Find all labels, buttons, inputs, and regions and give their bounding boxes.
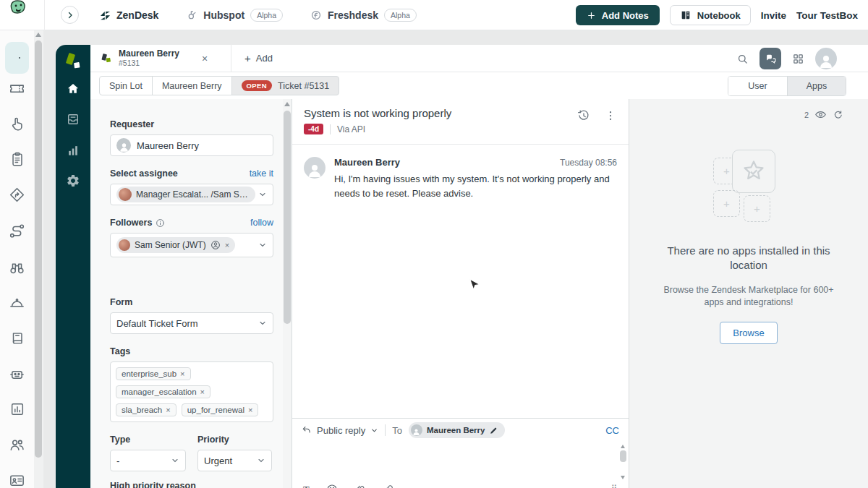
composer-toolbar: T ⠿	[292, 484, 629, 488]
remove-tag-icon[interactable]: ×	[180, 369, 184, 378]
scroll-up-arrow[interactable]	[35, 33, 41, 37]
type-select[interactable]: -	[110, 450, 186, 471]
ticket-subject: System is not working properly	[304, 107, 617, 119]
rail-item-services[interactable]	[0, 295, 34, 312]
freshdesk-logo-icon	[310, 9, 322, 21]
tags-field[interactable]: enterprise_sub× manager_escalation× sla_…	[110, 361, 273, 422]
assignee-select[interactable]: Manager Escalat... /Sam Senior (...	[110, 184, 273, 205]
collapse-sidebar-button[interactable]	[61, 6, 79, 24]
no-apps-title: There are no apps installed in this loca…	[658, 244, 840, 273]
emoji-icon[interactable]	[326, 484, 338, 488]
breadcrumb-organization[interactable]: Spin Lot	[99, 76, 153, 95]
breadcrumb-ticket[interactable]: OPEN Ticket #5131	[231, 76, 340, 95]
rail-item-discover[interactable]	[0, 260, 34, 276]
tag-pill[interactable]: enterprise_sub×	[116, 367, 191, 380]
zendesk-logo-icon	[100, 10, 111, 21]
add-notes-label: Add Notes	[602, 10, 649, 21]
tab-hubspot-label: Hubspot	[203, 9, 244, 21]
tour-testbox-link[interactable]: Tour TestBox	[796, 10, 858, 21]
nav-views-button[interactable]	[56, 112, 90, 127]
attachment-icon[interactable]	[354, 484, 366, 488]
refresh-icon[interactable]	[833, 109, 843, 120]
scrollbar-thumb[interactable]	[620, 450, 626, 462]
tab-zendesk[interactable]: ZenDesk	[100, 9, 158, 21]
apps-grid-icon[interactable]	[792, 53, 804, 65]
nav-home-button[interactable]	[56, 82, 90, 96]
reply-type-selector[interactable]: Public reply	[302, 425, 378, 436]
toggle-apps[interactable]: Apps	[787, 77, 846, 95]
scroll-down-arrow[interactable]	[621, 476, 625, 479]
assignee-value: Manager Escalat... /Sam Senior (...	[136, 189, 250, 200]
fields-scrollbar[interactable]	[283, 99, 292, 488]
add-tab-button[interactable]: + Add	[244, 52, 273, 64]
tag-label: manager_escalation	[122, 388, 197, 396]
profile-avatar[interactable]	[815, 48, 837, 69]
edit-pencil-icon[interactable]	[489, 426, 498, 435]
add-notes-button[interactable]: Add Notes	[576, 5, 660, 25]
invite-link[interactable]: Invite	[761, 10, 786, 21]
rail-scrollbar[interactable]	[34, 30, 43, 488]
rail-item-clicks[interactable]	[0, 116, 34, 132]
search-icon[interactable]	[736, 53, 749, 65]
tag-pill[interactable]: up_for_renewal×	[182, 403, 259, 416]
close-ticket-tab-button[interactable]: ×	[202, 53, 208, 64]
eye-icon	[814, 108, 827, 121]
tab-freshdesk[interactable]: Freshdesk Alpha	[310, 9, 417, 22]
remove-tag-icon[interactable]: ×	[248, 406, 252, 414]
toggle-user[interactable]: User	[728, 77, 787, 95]
follower-avatar	[119, 239, 130, 251]
priority-select[interactable]: Urgent	[197, 450, 272, 471]
rail-item-guides[interactable]	[0, 187, 34, 203]
scrollbar-thumb[interactable]	[35, 40, 42, 458]
rail-item-notes[interactable]	[0, 151, 34, 167]
breadcrumb-ticket-label: Ticket #5131	[278, 81, 329, 91]
requester-value: Maureen Berry	[137, 140, 199, 151]
rail-item-assistant[interactable]	[0, 366, 34, 382]
info-icon[interactable]	[156, 218, 165, 228]
rail-item-analytics[interactable]	[0, 401, 34, 417]
followers-select[interactable]: Sam Senior (JWT) ×	[110, 233, 273, 257]
cc-link[interactable]: CC	[605, 425, 619, 436]
ticket-tab[interactable]: Maureen Berry #5131 ×	[90, 45, 231, 72]
scroll-up-arrow[interactable]	[621, 445, 625, 448]
take-it-link[interactable]: take it	[250, 168, 273, 179]
notebook-button[interactable]: Notebook	[670, 5, 751, 25]
tag-pill[interactable]: manager_escalation×	[116, 385, 210, 398]
ticket-history-icon[interactable]	[577, 109, 590, 122]
composer-drag-handle[interactable]: ⠿	[611, 484, 618, 488]
nav-admin-button[interactable]	[56, 174, 90, 188]
breadcrumb-requester[interactable]: Maureen Berry	[152, 76, 232, 95]
ticket-tab-id: #5131	[119, 59, 179, 67]
status-badge: OPEN	[242, 80, 273, 91]
remove-tag-icon[interactable]: ×	[200, 388, 205, 396]
composer-scrollbar[interactable]	[619, 443, 627, 481]
form-select[interactable]: Default Ticket Form	[110, 312, 273, 334]
testbox-mascot-logo[interactable]	[7, 0, 30, 22]
recipient-avatar	[411, 424, 422, 436]
rail-item-journeys[interactable]	[0, 223, 34, 239]
follow-link[interactable]: follow	[250, 218, 273, 228]
rail-item-zendesk-active[interactable]	[5, 42, 29, 74]
chevron-down-icon	[171, 456, 179, 465]
text-format-icon[interactable]: T	[303, 484, 310, 488]
reply-textarea[interactable]	[292, 442, 629, 484]
rail-item-users[interactable]	[0, 437, 34, 453]
remove-tag-icon[interactable]: ×	[166, 406, 170, 414]
zendesk-product-logo[interactable]	[64, 52, 82, 71]
conversations-button[interactable]	[760, 48, 781, 69]
recipient-pill[interactable]: Maureen Berry	[409, 422, 506, 438]
rail-item-contacts[interactable]	[0, 472, 34, 488]
scrollbar-thumb[interactable]	[284, 111, 291, 324]
rail-item-library[interactable]	[0, 330, 34, 346]
remove-follower-button[interactable]: ×	[225, 241, 229, 249]
tag-pill[interactable]: sla_breach×	[116, 403, 176, 416]
priority-label: Priority	[197, 435, 272, 445]
kebab-menu-icon[interactable]	[604, 109, 617, 122]
requester-field[interactable]: Maureen Berry	[110, 134, 273, 156]
rail-item-tickets[interactable]	[0, 80, 34, 97]
browse-marketplace-button[interactable]: Browse	[720, 322, 777, 344]
nav-reporting-button[interactable]	[56, 143, 90, 158]
scroll-up-arrow[interactable]	[284, 102, 290, 106]
tab-hubspot[interactable]: Hubspot Alpha	[186, 9, 283, 22]
link-icon[interactable]	[383, 484, 394, 488]
